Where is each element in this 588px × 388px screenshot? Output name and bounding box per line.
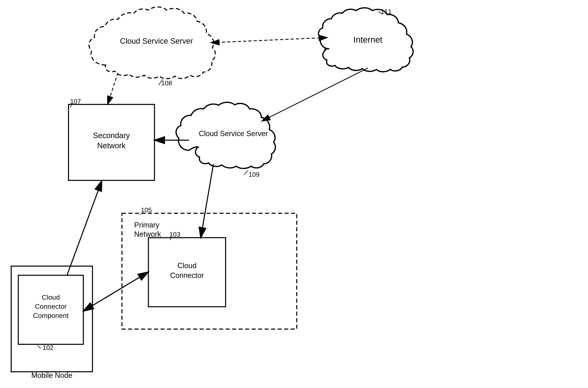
mobile-node-box: Mobile Node <box>11 266 93 380</box>
ref-111: 111 <box>381 8 391 15</box>
dashed-cloud-to-secondary-arrow <box>108 73 118 104</box>
mobile-node-label: Mobile Node <box>31 371 72 380</box>
ref-102: 102 <box>43 344 53 351</box>
cloud-service-server-solid: Cloud Service Server 109 <box>176 102 275 178</box>
ccc-label-3: Component <box>33 312 69 319</box>
cloud-connector-label-2: Connector <box>170 271 204 280</box>
secondary-network-box: Secondary Network 107 <box>69 98 154 180</box>
ref-103: 103 <box>169 231 180 238</box>
diagram-container: Cloud Service Server 108 Internet 111 Cl… <box>0 0 588 388</box>
ref-108: 108 <box>161 79 172 87</box>
svg-text:Network: Network <box>134 230 161 238</box>
secondary-network-label: Secondary <box>93 131 130 140</box>
cloud-service-server-dashed: Cloud Service Server 108 <box>89 7 215 87</box>
solid-cloud-to-cloud-connector-arrow <box>201 164 213 237</box>
ref-105: 105 <box>141 206 152 214</box>
ref-109: 109 <box>249 171 259 178</box>
cloud-connector-label-1: Cloud <box>178 262 197 270</box>
internet-cloud: Internet 111 <box>318 8 413 72</box>
cloud-connector-box: Cloud Connector 103 <box>148 231 226 307</box>
svg-text:Network: Network <box>97 141 126 150</box>
cloud-connector-component-box: Cloud Connector Component 102 <box>18 275 83 351</box>
cloud-connector-to-ccc-arrow <box>84 272 148 311</box>
internet-to-solid-cloud-arrow <box>262 68 368 121</box>
ccc-to-secondary-network-arrow <box>67 181 102 275</box>
internet-label: Internet <box>354 35 383 45</box>
svg-line-7 <box>38 345 41 348</box>
cloud-service-server-dashed-label: Cloud Service Server <box>120 37 193 45</box>
cloud-service-server-solid-label: Cloud Service Server <box>199 129 268 138</box>
primary-network-label: Primary <box>134 221 159 229</box>
ccc-label-2: Connector <box>35 302 67 310</box>
internet-to-dashed-cloud-arrow <box>211 38 327 43</box>
ccc-label-1: Cloud <box>42 293 60 301</box>
